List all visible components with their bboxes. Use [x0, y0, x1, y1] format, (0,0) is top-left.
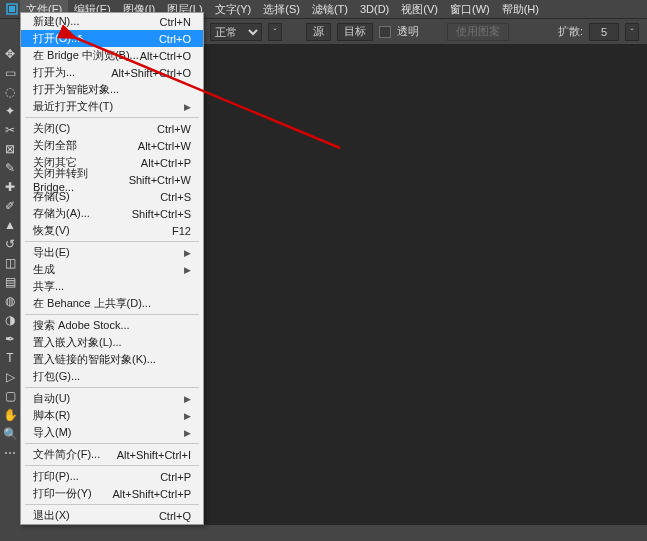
transparent-checkbox[interactable] [379, 26, 391, 38]
zoom-tool-icon[interactable]: 🔍 [2, 426, 18, 442]
crop-tool-icon[interactable]: ✂ [2, 122, 18, 138]
menu-item-shortcut: Ctrl+W [157, 123, 191, 135]
use-pattern-button: 使用图案 [447, 23, 509, 41]
menu-window[interactable]: 窗口(W) [444, 0, 496, 19]
menu-item[interactable]: 导出(E)▶ [21, 244, 203, 261]
blend-mode-select[interactable]: 正常 [210, 23, 262, 41]
menu-type[interactable]: 文字(Y) [209, 0, 258, 19]
menu-item[interactable]: 搜索 Adobe Stock... [21, 317, 203, 334]
menu-item-shortcut: Ctrl+P [160, 471, 191, 483]
menu-item-label: 生成 [33, 262, 55, 277]
app-logo-icon [4, 1, 20, 17]
menu-item[interactable]: 关闭全部Alt+Ctrl+W [21, 137, 203, 154]
menu-item[interactable]: 存储为(A)...Shift+Ctrl+S [21, 205, 203, 222]
menu-select[interactable]: 选择(S) [257, 0, 306, 19]
menu-item[interactable]: 最近打开文件(T)▶ [21, 98, 203, 115]
menu-item-label: 打开(O)... [33, 31, 80, 46]
menu-view[interactable]: 视图(V) [395, 0, 444, 19]
menu-item[interactable]: 在 Bridge 中浏览(B)...Alt+Ctrl+O [21, 47, 203, 64]
menu-separator [25, 504, 199, 505]
menu-item-shortcut: Alt+Shift+Ctrl+P [112, 488, 191, 500]
menu-item-label: 关闭(C) [33, 121, 70, 136]
menu-item[interactable]: 打开(O)...↖Ctrl+O [21, 30, 203, 47]
submenu-arrow-icon: ▶ [184, 265, 191, 275]
menu-item[interactable]: 导入(M)▶ [21, 424, 203, 441]
menu-item-label: 共享... [33, 279, 64, 294]
menu-item[interactable]: 在 Behance 上共享(D)... [21, 295, 203, 312]
blur-tool-icon[interactable]: ◍ [2, 293, 18, 309]
menu-item[interactable]: 脚本(R)▶ [21, 407, 203, 424]
healing-brush-tool-icon[interactable]: ✚ [2, 179, 18, 195]
magic-wand-tool-icon[interactable]: ✦ [2, 103, 18, 119]
menu-item-label: 关闭全部 [33, 138, 77, 153]
menu-item[interactable]: 新建(N)...Ctrl+N [21, 13, 203, 30]
menu-item-label: 导入(M) [33, 425, 72, 440]
hand-tool-icon[interactable]: ✋ [2, 407, 18, 423]
menu-item-shortcut: Ctrl+S [160, 191, 191, 203]
menu-item[interactable]: 退出(X)Ctrl+Q [21, 507, 203, 524]
menu-item[interactable]: 置入链接的智能对象(K)... [21, 351, 203, 368]
menu-item[interactable]: 打印一份(Y)Alt+Shift+Ctrl+P [21, 485, 203, 502]
menu-item[interactable]: 关闭并转到 Bridge...Shift+Ctrl+W [21, 171, 203, 188]
menu-item-label: 打开为智能对象... [33, 82, 119, 97]
tools-panel: ✥ ▭ ◌ ✦ ✂ ⊠ ✎ ✚ ✐ ▲ ↺ ◫ ▤ ◍ ◑ ✒ T ▷ ▢ ✋ … [0, 44, 20, 525]
menu-item-label: 脚本(R) [33, 408, 70, 423]
chevron-down-icon[interactable]: ˇ [268, 23, 282, 41]
menu-help[interactable]: 帮助(H) [496, 0, 545, 19]
menu-item-shortcut: Ctrl+O [159, 33, 191, 45]
source-button[interactable]: 源 [306, 23, 331, 41]
menu-item[interactable]: 打开为智能对象... [21, 81, 203, 98]
marquee-tool-icon[interactable]: ▭ [2, 65, 18, 81]
menu-item-label: 置入嵌入对象(L)... [33, 335, 122, 350]
diffusion-input[interactable] [589, 23, 619, 41]
menu-item-shortcut: Ctrl+Q [159, 510, 191, 522]
brush-tool-icon[interactable]: ✐ [2, 198, 18, 214]
chevron-down-icon[interactable]: ˇ [625, 23, 639, 41]
transparent-label: 透明 [397, 24, 419, 39]
menu-item-label: 搜索 Adobe Stock... [33, 318, 130, 333]
move-tool-icon[interactable]: ✥ [2, 46, 18, 62]
history-brush-tool-icon[interactable]: ↺ [2, 236, 18, 252]
menu-item[interactable]: 关闭(C)Ctrl+W [21, 120, 203, 137]
menu-item-label: 恢复(V) [33, 223, 70, 238]
menu-item[interactable]: 打印(P)...Ctrl+P [21, 468, 203, 485]
menu-item-label: 文件简介(F)... [33, 447, 100, 462]
frame-tool-icon[interactable]: ⊠ [2, 141, 18, 157]
menu-item-label: 在 Behance 上共享(D)... [33, 296, 151, 311]
submenu-arrow-icon: ▶ [184, 102, 191, 112]
menu-item[interactable]: 共享... [21, 278, 203, 295]
menu-item[interactable]: 恢复(V)F12 [21, 222, 203, 239]
pen-tool-icon[interactable]: ✒ [2, 331, 18, 347]
rectangle-tool-icon[interactable]: ▢ [2, 388, 18, 404]
menu-item[interactable]: 生成▶ [21, 261, 203, 278]
menu-item-shortcut: Shift+Ctrl+S [132, 208, 191, 220]
eyedropper-tool-icon[interactable]: ✎ [2, 160, 18, 176]
file-menu-dropdown: 新建(N)...Ctrl+N打开(O)...↖Ctrl+O在 Bridge 中浏… [20, 12, 204, 525]
status-bar [0, 525, 647, 541]
path-selection-tool-icon[interactable]: ▷ [2, 369, 18, 385]
menu-item[interactable]: 打开为...Alt+Shift+Ctrl+O [21, 64, 203, 81]
gradient-tool-icon[interactable]: ▤ [2, 274, 18, 290]
menu-separator [25, 117, 199, 118]
menu-item[interactable]: 打包(G)... [21, 368, 203, 385]
type-tool-icon[interactable]: T [2, 350, 18, 366]
menu-item-shortcut: Ctrl+N [160, 16, 191, 28]
lasso-tool-icon[interactable]: ◌ [2, 84, 18, 100]
menu-3d[interactable]: 3D(D) [354, 1, 395, 17]
menu-separator [25, 314, 199, 315]
target-button[interactable]: 目标 [337, 23, 373, 41]
menu-item-label: 打印一份(Y) [33, 486, 92, 501]
menu-item[interactable]: 文件简介(F)...Alt+Shift+Ctrl+I [21, 446, 203, 463]
menu-item-shortcut: Alt+Shift+Ctrl+O [111, 67, 191, 79]
menu-item-label: 置入链接的智能对象(K)... [33, 352, 156, 367]
dodge-tool-icon[interactable]: ◑ [2, 312, 18, 328]
menu-filter[interactable]: 滤镜(T) [306, 0, 354, 19]
menu-item-shortcut: Alt+Ctrl+P [141, 157, 191, 169]
menu-item-label: 最近打开文件(T) [33, 99, 113, 114]
clone-stamp-tool-icon[interactable]: ▲ [2, 217, 18, 233]
menu-item[interactable]: 置入嵌入对象(L)... [21, 334, 203, 351]
eraser-tool-icon[interactable]: ◫ [2, 255, 18, 271]
menu-separator [25, 443, 199, 444]
menu-item[interactable]: 自动(U)▶ [21, 390, 203, 407]
more-tools-icon[interactable]: ⋯ [2, 445, 18, 461]
